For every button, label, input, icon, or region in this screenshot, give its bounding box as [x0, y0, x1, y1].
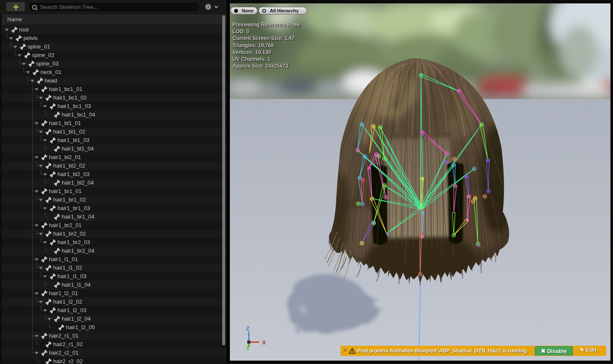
svg-text:Y: Y: [246, 345, 250, 352]
svg-text:Z: Z: [246, 325, 249, 332]
svg-text:X: X: [262, 339, 266, 346]
